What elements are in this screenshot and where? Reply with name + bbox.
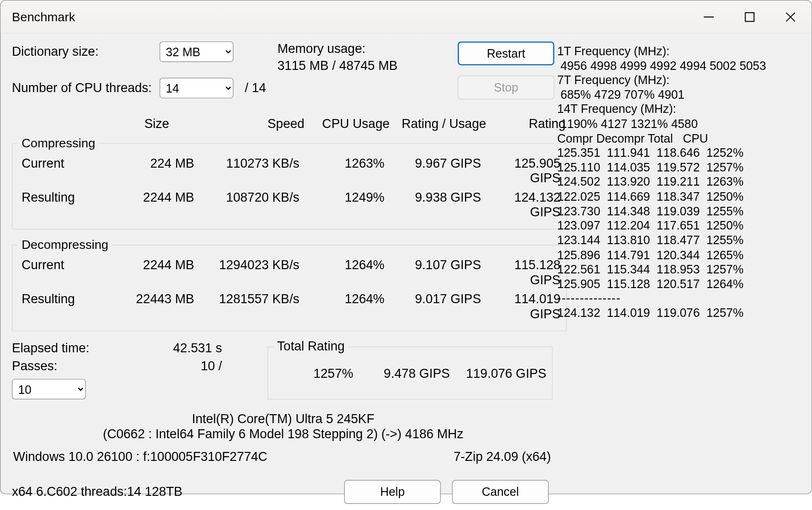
cpu-info: Intel(R) Core(TM) Ultra 5 245KF (C0662 :… xyxy=(12,412,554,442)
minimize-button[interactable] xyxy=(702,9,716,24)
window-buttons xyxy=(702,9,798,24)
total-rating-legend: Total Rating xyxy=(274,339,348,354)
decompressing-current-row: Current 2244 MB 1294023 KB/s 1264% 9.107… xyxy=(18,255,560,289)
log-row: 124.502 113.920 119.211 1263% xyxy=(557,175,795,189)
close-button[interactable] xyxy=(783,9,798,24)
svg-rect-1 xyxy=(745,12,754,21)
header-rating-usage: Rating / Usage xyxy=(389,117,486,131)
log-row: 125.110 114.035 119.572 1257% xyxy=(557,160,795,175)
log-header: Compr Decompr Total CPU xyxy=(557,131,795,145)
elapsed-time-label: Elapsed time: xyxy=(12,341,126,356)
header-speed: Speed xyxy=(199,117,304,131)
header-cpu-usage: CPU Usage xyxy=(304,117,389,131)
memory-usage-value: 3115 MB / 48745 MB xyxy=(278,59,398,73)
decompressing-resulting-row: Resulting 22443 MB 1281557 KB/s 1264% 9.… xyxy=(18,290,560,324)
stop-button: Stop xyxy=(458,76,555,100)
total-rating: 119.076 GIPS xyxy=(450,366,547,381)
log-row: 122.025 114.669 118.347 1250% xyxy=(557,189,795,204)
log-row: 125.905 115.128 120.517 1264% xyxy=(557,277,795,291)
maximize-button[interactable] xyxy=(742,9,757,24)
memory-usage-label: Memory usage: xyxy=(278,42,398,56)
freq-7t-label: 7T Frequency (MHz): xyxy=(557,73,795,87)
benchmark-window: Benchmark Dictionary size: 32 MB Number … xyxy=(0,0,812,494)
freq-1t-label: 1T Frequency (MHz): xyxy=(557,44,795,59)
dictionary-size-label: Dictionary size: xyxy=(12,44,160,59)
log-row: 123.097 112.204 117.651 1250% xyxy=(557,218,795,233)
decompressing-group: Decompressing Current 2244 MB 1294023 KB… xyxy=(12,238,567,331)
freq-7t-values: 685% 4729 707% 4901 xyxy=(557,87,795,102)
log-panel: 1T Frequency (MHz): 4956 4998 4999 4992 … xyxy=(557,42,795,504)
cancel-button[interactable]: Cancel xyxy=(452,480,549,504)
zip-version: 7-Zip 24.09 (x64) xyxy=(454,450,551,464)
log-row: 123.144 113.810 118.477 1255% xyxy=(557,233,795,247)
compressing-group: Compressing Current 224 MB 110273 KB/s 1… xyxy=(12,136,567,230)
arch-info: x64 6.C602 threads:14 128TB xyxy=(12,484,344,499)
compressing-current-row: Current 224 MB 110273 KB/s 1263% 9.967 G… xyxy=(18,154,560,188)
freq-1t-values: 4956 4998 4999 4992 4994 5002 5053 xyxy=(557,58,795,73)
cpu-threads-select[interactable]: 14 xyxy=(160,78,233,98)
header-rating: Rating xyxy=(486,117,566,131)
cpu-threads-label: Number of CPU threads: xyxy=(12,81,160,95)
passes-select[interactable]: 10 xyxy=(12,379,85,399)
freq-14t-values: 1190% 4127 1321% 4580 xyxy=(557,117,795,131)
compressing-legend: Compressing xyxy=(18,136,98,151)
passes-value: 10 / xyxy=(126,359,222,374)
titlebar: Benchmark xyxy=(0,0,812,34)
total-rating-group: Total Rating 1257% 9.478 GIPS 119.076 GI… xyxy=(268,339,553,400)
help-button[interactable]: Help xyxy=(344,480,441,504)
decompressing-legend: Decompressing xyxy=(18,238,111,252)
restart-button[interactable]: Restart xyxy=(458,42,555,66)
os-info: Windows 10.0 26100 : f:100005F310F2774C xyxy=(13,450,268,464)
log-row: 125.896 114.791 120.344 1265% xyxy=(557,247,795,262)
log-row: 122.561 115.344 118.953 1257% xyxy=(557,262,795,277)
total-rating-usage: 9.478 GIPS xyxy=(353,366,450,381)
header-size: Size xyxy=(114,117,199,131)
log-row: 123.730 114.348 119.039 1255% xyxy=(557,204,795,219)
log-divider: -------------- xyxy=(557,291,795,306)
cpu-threads-max: / 14 xyxy=(245,81,266,95)
freq-14t-label: 14T Frequency (MHz): xyxy=(557,102,795,117)
log-row: 125.351 111.941 118.646 1252% xyxy=(557,145,795,160)
elapsed-time-value: 42.531 s xyxy=(126,341,222,356)
column-headers: Size Speed CPU Usage Rating / Usage Rati… xyxy=(12,117,554,131)
log-summary: 124.132 114.019 119.076 1257% xyxy=(557,306,795,320)
compressing-resulting-row: Resulting 2244 MB 108720 KB/s 1249% 9.93… xyxy=(18,188,560,222)
window-title: Benchmark xyxy=(12,9,75,24)
dictionary-size-select[interactable]: 32 MB xyxy=(160,42,233,62)
total-cpu: 1257% xyxy=(274,366,353,381)
passes-label: Passes: xyxy=(12,359,126,374)
